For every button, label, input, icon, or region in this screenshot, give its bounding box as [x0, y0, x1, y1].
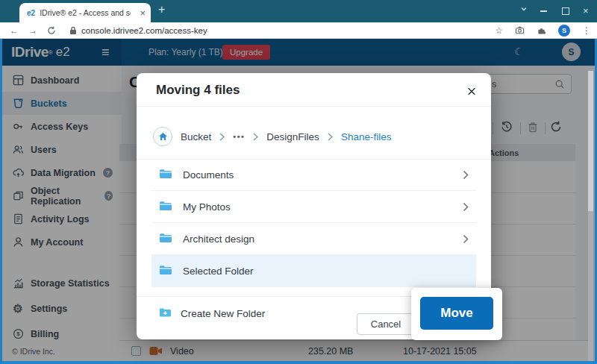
folder-icon: [159, 201, 172, 213]
window-maximize-icon[interactable]: [562, 7, 569, 15]
breadcrumb-item-designfiles[interactable]: DesignFiles: [266, 131, 319, 142]
browser-avatar[interactable]: S: [558, 25, 570, 37]
chevron-right-icon: [463, 170, 469, 180]
tab-close-icon[interactable]: ×: [140, 8, 146, 18]
window-close-icon[interactable]: ×: [583, 6, 589, 16]
chevron-right-icon: [328, 133, 333, 141]
dialog-divider: [137, 106, 491, 107]
folder-icon: [159, 233, 172, 245]
folder-row-architect-design[interactable]: Architect design: [151, 223, 476, 255]
create-new-folder-button[interactable]: Create New Folder: [159, 307, 265, 320]
tab-title: IDrive® e2 - Access and secret ke: [40, 8, 131, 17]
move-button-spotlight: Move: [411, 288, 502, 340]
camera-extension-icon[interactable]: [515, 26, 525, 34]
back-icon[interactable]: ←: [10, 25, 19, 36]
lock-icon: [69, 26, 77, 35]
create-new-folder-label: Create New Folder: [181, 308, 265, 319]
window-menu-icon[interactable]: [520, 5, 528, 14]
url-text[interactable]: console.idrivee2.com/access-key: [81, 26, 207, 35]
chevron-right-icon: [253, 133, 258, 141]
bookmark-star-icon[interactable]: ☆: [495, 25, 503, 36]
folder-name: Selected Folder: [183, 266, 254, 277]
reload-icon[interactable]: [47, 26, 56, 35]
cancel-button[interactable]: Cancel: [357, 313, 415, 335]
dialog-close-icon[interactable]: [463, 82, 481, 100]
chevron-right-icon: [463, 202, 469, 212]
move-button[interactable]: Move: [420, 297, 493, 330]
chevron-right-icon: [463, 234, 469, 244]
dialog-title: Moving 4 files: [156, 83, 240, 98]
breadcrumb-item-bucket[interactable]: Bucket: [181, 131, 211, 142]
breadcrumb-item-current[interactable]: Shane-files: [341, 131, 392, 142]
scrollbar-thumb[interactable]: [588, 71, 593, 211]
folder-plus-icon: [159, 307, 172, 320]
breadcrumb: Bucket ••• DesignFiles Shane-files: [153, 127, 391, 146]
browser-menu-icon[interactable]: ⋮: [582, 25, 591, 36]
extensions-puzzle-icon[interactable]: [537, 25, 546, 35]
browser-tab[interactable]: e2 IDrive® e2 - Access and secret ke ×: [19, 3, 151, 22]
chevron-right-icon: [219, 133, 225, 141]
folder-row-selected-folder[interactable]: Selected Folder: [151, 255, 476, 287]
folder-icon: [159, 169, 172, 181]
folder-name: Architect design: [183, 233, 254, 245]
breadcrumb-ellipsis[interactable]: •••: [233, 132, 245, 141]
folder-row-my-photos[interactable]: My Photos: [151, 191, 476, 223]
window-minimize-icon[interactable]: [540, 10, 547, 12]
tab-favicon: e2: [27, 9, 35, 17]
folder-name: My Photos: [183, 201, 231, 213]
screen: e2 IDrive® e2 - Access and secret ke × +…: [0, 0, 597, 364]
folder-name: Documents: [183, 169, 234, 181]
folder-row-documents[interactable]: Documents: [151, 159, 476, 191]
folder-icon: [159, 265, 172, 277]
browser-addressbar: ← → console.idrivee2.com/access-key ☆ S …: [0, 22, 597, 39]
new-tab-button[interactable]: +: [158, 3, 165, 16]
browser-titlebar: e2 IDrive® e2 - Access and secret ke × +…: [0, 0, 597, 22]
breadcrumb-home-icon[interactable]: [153, 127, 172, 146]
forward-icon[interactable]: →: [28, 25, 37, 36]
